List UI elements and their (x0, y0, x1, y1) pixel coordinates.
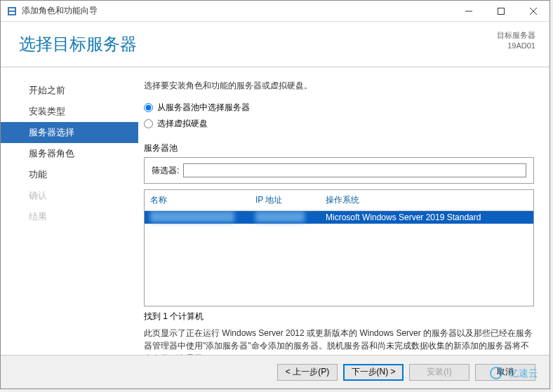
radio-server-pool-input[interactable] (144, 103, 153, 112)
radio-server-pool[interactable]: 从服务器池中选择服务器 (144, 102, 534, 114)
column-ip[interactable]: IP 地址 (250, 190, 320, 210)
cell-ip (250, 211, 320, 224)
selection-radio-group: 从服务器池中选择服务器 选择虚拟硬盘 (144, 102, 534, 130)
titlebar: 添加角色和功能向导 (1, 1, 549, 22)
minimize-button[interactable] (453, 1, 485, 22)
table-row[interactable]: Microsoft Windows Server 2019 Standard (145, 211, 533, 224)
svg-rect-0 (8, 7, 16, 15)
nav-server-roles[interactable]: 服务器角色 (1, 143, 138, 164)
server-pool-label: 服务器池 (144, 142, 534, 154)
nav-features[interactable]: 功能 (1, 164, 138, 185)
svg-rect-2 (9, 12, 15, 14)
nav-results: 结果 (1, 206, 138, 227)
wizard-window: 添加角色和功能向导 选择目标服务器 目标服务器 19AD01 开始之前 安装类型… (0, 0, 550, 389)
filter-box: 筛选器: (144, 157, 534, 184)
destination-server-info: 目标服务器 19AD01 (497, 30, 535, 52)
nav-before-you-begin[interactable]: 开始之前 (1, 80, 138, 101)
filter-input[interactable] (183, 163, 526, 177)
radio-vhd-input[interactable] (144, 119, 153, 128)
wizard-sidebar: 开始之前 安装类型 服务器选择 服务器角色 功能 确认 结果 (1, 67, 138, 355)
next-button[interactable]: 下一步(N) > (343, 364, 404, 381)
page-title: 选择目标服务器 (19, 33, 137, 55)
cell-os: Microsoft Windows Server 2019 Standard (320, 212, 533, 222)
grid-header: 名称 IP 地址 操作系统 (145, 190, 533, 211)
target-value: 19AD01 (497, 41, 535, 51)
window-controls (453, 1, 549, 22)
watermark-text: 亿速云 (508, 368, 538, 379)
result-count: 找到 1 个计算机 (144, 311, 534, 323)
target-label: 目标服务器 (497, 30, 535, 41)
previous-button[interactable]: < 上一步(P) (277, 364, 338, 381)
watermark-logo: 亿速云 (489, 363, 542, 383)
main-content: 选择要安装角色和功能的服务器或虚拟硬盘。 从服务器池中选择服务器 选择虚拟硬盘 … (138, 67, 549, 355)
server-grid: 名称 IP 地址 操作系统 Microsoft Windows Server 2… (144, 189, 534, 306)
nav-installation-type[interactable]: 安装类型 (1, 101, 138, 122)
column-name[interactable]: 名称 (145, 190, 250, 210)
radio-server-pool-label: 从服务器池中选择服务器 (157, 102, 250, 114)
window-title: 添加角色和功能向导 (22, 5, 453, 17)
column-os[interactable]: 操作系统 (320, 190, 533, 210)
nav-server-selection[interactable]: 服务器选择 (1, 122, 138, 143)
svg-rect-4 (498, 8, 505, 14)
close-button[interactable] (517, 1, 549, 22)
radio-vhd-label: 选择虚拟硬盘 (157, 118, 208, 130)
radio-vhd[interactable]: 选择虚拟硬盘 (144, 118, 534, 130)
svg-point-7 (491, 367, 502, 379)
wizard-body: 开始之前 安装类型 服务器选择 服务器角色 功能 确认 结果 选择要安装角色和功… (1, 67, 549, 355)
server-manager-icon (6, 6, 18, 17)
svg-rect-1 (9, 8, 15, 11)
header-band: 选择目标服务器 目标服务器 19AD01 (1, 22, 549, 67)
grid-body: Microsoft Windows Server 2019 Standard (145, 211, 533, 306)
filter-label: 筛选器: (152, 165, 179, 177)
nav-confirmation: 确认 (1, 185, 138, 206)
instruction-text: 选择要安装角色和功能的服务器或虚拟硬盘。 (144, 80, 534, 92)
wizard-footer: < 上一步(P) 下一步(N) > 安装(I) 取消 (1, 355, 549, 388)
maximize-button[interactable] (485, 1, 517, 22)
cell-name (145, 211, 250, 224)
install-button: 安装(I) (409, 364, 469, 381)
